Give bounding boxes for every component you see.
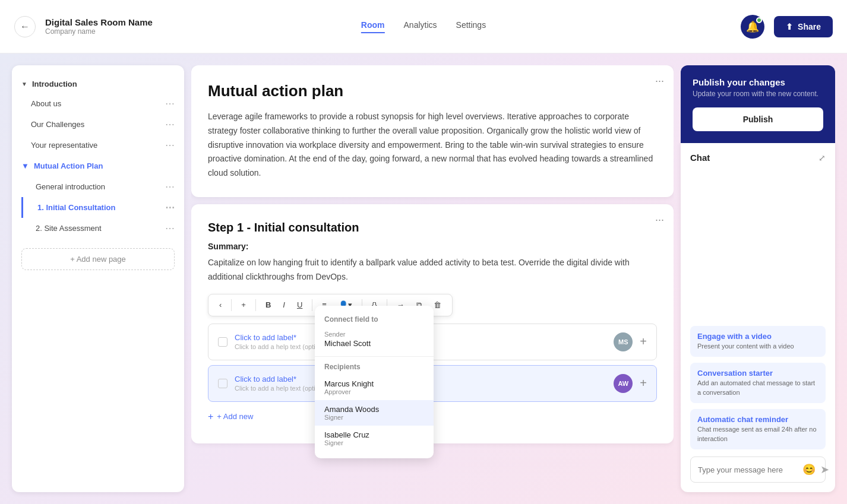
card1-body: Leverage agile frameworks to provide a r… <box>208 110 657 180</box>
notification-dot <box>756 17 762 23</box>
toolbar-divider-1 <box>231 299 232 311</box>
chat-input[interactable] <box>698 465 798 474</box>
dropdown-title: Connect field to <box>315 313 434 328</box>
sidebar-item-label-site: 2. Site Assessment <box>36 224 102 233</box>
send-icon[interactable]: ➤ <box>820 463 829 476</box>
chat-header: Chat ⤢ <box>690 153 826 163</box>
form-checkbox-1[interactable] <box>218 337 227 347</box>
dropdown-sender-label: Sender <box>324 331 424 338</box>
card-menu-2[interactable]: ··· <box>655 214 664 226</box>
sidebar-item-initial-consultation[interactable]: 1. Initial Consultation ⋯ <box>21 197 184 218</box>
card1-title: Mutual action plan <box>208 82 657 100</box>
card2-title: Step 1 - Initial consultation <box>208 221 657 234</box>
chat-suggestion-desc-0: Present your content with a video <box>697 342 818 351</box>
nav-actions: 🔔 ⬆ Share <box>741 15 833 39</box>
tab-room[interactable]: Room <box>361 20 385 33</box>
chat-messages-area <box>690 170 826 319</box>
form-area: Click to add label* Click to add a help … <box>208 324 657 427</box>
chat-suggestion-0[interactable]: Engage with a video Present your content… <box>690 326 826 357</box>
tab-settings[interactable]: Settings <box>456 20 486 33</box>
share-button[interactable]: ⬆ Share <box>774 16 833 37</box>
chat-suggestion-1[interactable]: Conversation starter Add an automated ch… <box>690 363 826 403</box>
chat-expand-icon[interactable]: ⤢ <box>818 153 826 163</box>
toolbar-plus-btn[interactable]: + <box>236 298 251 312</box>
sidebar-item-general-intro[interactable]: General introduction ⋯ <box>21 176 184 197</box>
form-checkbox-2[interactable] <box>218 379 227 388</box>
nav-tabs: Room Analytics Settings <box>361 20 486 33</box>
notifications-bell[interactable]: 🔔 <box>741 15 764 39</box>
sidebar-item-menu-rep[interactable]: ⋯ <box>165 140 175 151</box>
right-panel: Publish your changes Update your room wi… <box>681 65 835 492</box>
dropdown-recipient-2[interactable]: Isabelle Cruz Signer <box>315 426 434 451</box>
toolbar-back-btn[interactable]: ‹ <box>214 298 226 312</box>
sidebar-section-label-introduction: Introduction <box>32 80 77 88</box>
sidebar-item-label-rep: Your representative <box>31 141 97 150</box>
add-new-page-button[interactable]: + Add new page <box>21 248 175 270</box>
form-avatar-2: AW <box>614 374 633 393</box>
chevron-down-icon-map: ▼ <box>21 161 29 170</box>
card2-body: Capitalize on low hanging fruit to ident… <box>208 256 657 284</box>
sidebar-item-menu-challenges[interactable]: ⋯ <box>165 119 175 130</box>
share-icon: ⬆ <box>786 22 793 31</box>
sidebar-item-menu-general[interactable]: ⋯ <box>165 181 175 192</box>
dropdown-recipient-role-0: Approver <box>324 388 424 395</box>
form-avatar-1: MS <box>614 332 633 351</box>
card-mutual-action-plan: ··· Mutual action plan Leverage agile fr… <box>191 65 674 197</box>
sidebar-item-menu-about[interactable]: ⋯ <box>165 98 175 109</box>
tab-analytics[interactable]: Analytics <box>404 20 437 33</box>
chat-suggestion-title-2: Automatic chat reminder <box>697 415 818 424</box>
publish-button[interactable]: Publish <box>693 107 823 131</box>
toolbar-divider-3 <box>312 299 312 311</box>
dropdown-recipient-role-2: Signer <box>324 439 424 446</box>
sidebar-item-label-about: About us <box>31 99 61 108</box>
dropdown-sender-name: Michael Scott <box>324 339 424 348</box>
chat-suggestion-2[interactable]: Automatic chat reminder Chat message sen… <box>690 409 826 449</box>
top-nav: ← Digital Sales Room Name Company name R… <box>0 0 847 53</box>
dropdown-recipient-name-0: Marcus Knight <box>324 379 424 388</box>
sidebar-item-about-us[interactable]: About us ⋯ <box>12 93 184 114</box>
sidebar-section-map[interactable]: ▼ Mutual Action Plan <box>12 156 184 176</box>
sidebar-item-menu-consultation[interactable]: ⋯ <box>165 202 175 213</box>
chat-suggestions: Engage with a video Present your content… <box>690 319 826 449</box>
sidebar-item-label-consultation: 1. Initial Consultation <box>37 203 115 212</box>
dropdown-divider <box>315 356 434 357</box>
card-menu-1[interactable]: ··· <box>655 75 664 87</box>
content-area: ··· Mutual action plan Leverage agile fr… <box>191 65 674 492</box>
card2-summary-label: Summary: <box>208 242 657 251</box>
chat-suggestion-title-0: Engage with a video <box>697 332 818 341</box>
sidebar-item-site-assessment[interactable]: 2. Site Assessment ⋯ <box>21 218 184 239</box>
sidebar-item-menu-site[interactable]: ⋯ <box>165 223 175 234</box>
chat-suggestion-desc-1: Add an automated chat message to start a… <box>697 379 818 397</box>
chat-title: Chat <box>690 153 710 163</box>
toolbar-underline-btn[interactable]: U <box>292 298 307 312</box>
dropdown-recipients-label: Recipients <box>315 360 434 375</box>
dropdown-recipient-name-2: Isabelle Cruz <box>324 430 424 439</box>
dropdown-recipient-1[interactable]: Amanda Woods Signer <box>315 400 434 426</box>
emoji-icon[interactable]: 😊 <box>802 463 816 476</box>
publish-card: Publish your changes Update your room wi… <box>681 65 835 143</box>
sidebar-item-representative[interactable]: Your representative ⋯ <box>12 135 184 156</box>
dropdown-recipient-role-1: Signer <box>324 414 424 421</box>
chat-input-area: 😊 ➤ <box>690 457 826 483</box>
add-page-label: + Add new page <box>70 255 126 264</box>
publish-card-title: Publish your changes <box>693 77 823 87</box>
chat-suggestion-title-1: Conversation starter <box>697 369 818 378</box>
sidebar-item-label-challenges: Our Challenges <box>31 120 84 129</box>
dropdown-recipient-0[interactable]: Marcus Knight Approver <box>315 375 434 400</box>
toolbar-bold-btn[interactable]: B <box>261 298 276 312</box>
chat-panel: Chat ⤢ Engage with a video Present your … <box>681 143 835 492</box>
publish-card-subtitle: Update your room with the new content. <box>693 90 823 98</box>
back-button[interactable]: ← <box>14 16 36 37</box>
sidebar-section-introduction[interactable]: ▼ Introduction <box>12 75 184 93</box>
sidebar-item-label-general: General introduction <box>36 182 105 191</box>
dropdown-connect-field: Connect field to Sender Michael Scott Re… <box>315 306 434 458</box>
dropdown-recipient-name-1: Amanda Woods <box>324 405 424 414</box>
toolbar-italic-btn[interactable]: I <box>278 298 290 312</box>
card-step1: ··· Step 1 - Initial consultation Summar… <box>191 204 674 443</box>
toolbar-divider-2 <box>255 299 256 311</box>
sidebar-item-challenges[interactable]: Our Challenges ⋯ <box>12 114 184 135</box>
dropdown-sender-section: Sender Michael Scott <box>315 328 434 353</box>
sidebar-subsection-map: General introduction ⋯ 1. Initial Consul… <box>12 176 184 239</box>
form-row-add-icon-2[interactable]: + <box>640 376 647 390</box>
form-row-add-icon-1[interactable]: + <box>640 335 647 348</box>
